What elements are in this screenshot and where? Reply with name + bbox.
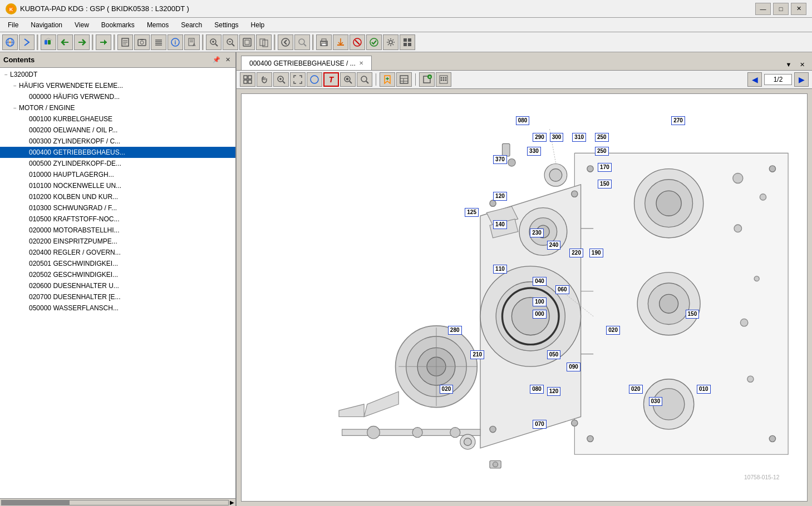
tree-item-020502[interactable]: 020502 GESCHWINDIGKEI...	[0, 269, 235, 280]
tree-item-motor[interactable]: − MOTOR / ENGINE	[0, 102, 235, 113]
part-label-p125[interactable]: 125	[465, 208, 479, 217]
toolbar-green-arrow[interactable]	[96, 34, 111, 50]
part-label-p170[interactable]: 170	[598, 163, 612, 172]
part-label-p210[interactable]: 210	[470, 350, 484, 359]
sidebar-pin-button[interactable]: 📌	[212, 56, 221, 65]
toolbar-red-circle[interactable]	[350, 34, 365, 50]
tree-item-000200[interactable]: 000200 OELWANNE / OIL P...	[0, 125, 235, 136]
toolbar-nav-green-fwd[interactable]	[74, 34, 90, 50]
tree-item-020501[interactable]: 020501 GESCHWINDIGKEI...	[0, 258, 235, 269]
maximize-button[interactable]: □	[773, 3, 789, 15]
part-label-p070[interactable]: 070	[533, 420, 547, 429]
tree-item-010000[interactable]: 010000 HAUPTLAGERGH...	[0, 169, 235, 180]
part-label-p050[interactable]: 050	[547, 350, 561, 359]
toolbar-page-view[interactable]	[117, 34, 133, 50]
toolbar-print[interactable]	[316, 34, 332, 50]
tree-item-020600[interactable]: 020600 DUESENHALTER U...	[0, 280, 235, 291]
tree-item-020200[interactable]: 020200 EINSPRITZPUMPE...	[0, 236, 235, 247]
menu-search[interactable]: Search	[175, 20, 208, 30]
menu-memos[interactable]: Memos	[141, 20, 174, 30]
part-label-p020c[interactable]: 020	[629, 385, 643, 394]
doc-btn-magnify[interactable]	[273, 72, 289, 87]
part-label-p010[interactable]: 010	[697, 385, 711, 394]
tree-item-000000[interactable]: 000000 HÄUFIG VERWEND...	[0, 91, 235, 102]
toolbar-nav-green-back[interactable]	[57, 34, 73, 50]
minimize-button[interactable]: —	[755, 3, 771, 15]
tree-item-000100[interactable]: 000100 KURBELGHAEUSE	[0, 113, 235, 125]
menu-bookmarks[interactable]: Bookmarks	[96, 20, 140, 30]
part-label-p220[interactable]: 220	[569, 249, 583, 257]
doc-btn-text[interactable]: T	[323, 72, 339, 87]
toolbar-globe[interactable]	[2, 34, 18, 50]
toolbar-zoom-pg2[interactable]	[256, 34, 272, 50]
tree-item-010300[interactable]: 010300 SCHWUNGRAD / F...	[0, 202, 235, 214]
doc-btn-search-zoom[interactable]	[340, 72, 356, 87]
tree-toggle-motor[interactable]: −	[11, 105, 19, 111]
menu-help[interactable]: Help	[245, 20, 270, 30]
toolbar-arrow[interactable]	[19, 34, 35, 50]
part-label-p120[interactable]: 120	[493, 192, 507, 201]
tree-item-000400[interactable]: 000400 GETRIEBEBGHAEUS...	[0, 147, 235, 158]
menu-settings[interactable]: Settings	[209, 20, 244, 30]
part-label-p120b[interactable]: 120	[547, 387, 561, 396]
doc-btn-fitpage[interactable]	[290, 72, 306, 87]
part-label-p030[interactable]: 030	[649, 397, 663, 406]
part-label-p100[interactable]: 100	[533, 297, 547, 306]
part-label-p310[interactable]: 310	[572, 133, 586, 142]
toolbar-green-check[interactable]	[366, 34, 382, 50]
toolbar-info[interactable]: i	[168, 34, 183, 50]
part-label-p190[interactable]: 190	[589, 249, 603, 257]
tree-item-020700[interactable]: 020700 DUESENHALTER [E...	[0, 291, 235, 302]
part-label-p230[interactable]: 230	[530, 229, 544, 237]
part-label-p250a[interactable]: 250	[595, 133, 609, 142]
tree-item-000300[interactable]: 000300 ZYLINDERKOPF / C...	[0, 136, 235, 147]
doc-btn-note[interactable]: +	[419, 72, 435, 87]
menu-file[interactable]: File	[2, 20, 24, 30]
toolbar-settings-cog[interactable]	[383, 34, 398, 50]
doc-btn-search-back[interactable]	[357, 72, 372, 87]
tab-dropdown-btn[interactable]: ▼	[783, 59, 794, 70]
part-label-p370[interactable]: 370	[493, 155, 507, 164]
tree-item-haeufig[interactable]: − HÄUFIG VERWENDETE ELEME...	[0, 80, 235, 91]
sidebar-close-button[interactable]: ✕	[223, 56, 232, 65]
prev-page-btn[interactable]: ◀	[747, 72, 762, 87]
part-label-p020a[interactable]: 020	[606, 326, 620, 335]
doc-btn-bookmark-add[interactable]	[380, 72, 395, 87]
toolbar-zoom-fit[interactable]	[239, 34, 255, 50]
toolbar-lines[interactable]	[151, 34, 166, 50]
part-label-p140[interactable]: 140	[493, 220, 507, 229]
toolbar-photo[interactable]	[134, 34, 150, 50]
menu-navigation[interactable]: Navigation	[25, 20, 68, 30]
tree-item-020000[interactable]: 020000 MOTORABSTELLHI...	[0, 225, 235, 236]
tree-item-010500[interactable]: 010500 KRAFTSTOFF-NOC...	[0, 214, 235, 225]
close-button[interactable]: ✕	[791, 3, 806, 15]
part-label-p150[interactable]: 150	[598, 180, 612, 188]
toolbar-prev-pg[interactable]	[278, 34, 293, 50]
doc-btn-dotgrid[interactable]	[436, 72, 451, 87]
doc-btn-grid[interactable]	[240, 72, 255, 87]
toolbar-grid-large[interactable]	[400, 34, 415, 50]
menu-view[interactable]: View	[69, 20, 95, 30]
doc-tab-000400[interactable]: 000400 GETRIEBEBGHAEUSE / ... ✕	[241, 56, 372, 70]
tree-item-l3200dt[interactable]: − L3200DT	[0, 69, 235, 80]
toolbar-zoom-out[interactable]	[223, 34, 238, 50]
toolbar-doc-a[interactable]: A	[184, 34, 200, 50]
part-label-p290[interactable]: 290	[533, 133, 547, 142]
next-page-btn[interactable]: ▶	[794, 72, 809, 87]
tree-item-020400[interactable]: 020400 REGLER / GOVERN...	[0, 247, 235, 258]
tree-item-000500[interactable]: 000500 ZYLINDERKOPF-DE...	[0, 158, 235, 169]
tree-toggle-haeufig[interactable]: −	[11, 83, 19, 89]
part-label-p270[interactable]: 270	[671, 116, 685, 125]
tab-close-all-btn[interactable]: ✕	[796, 59, 808, 70]
tree-item-050000[interactable]: 050000 WASSERFLANSCH...	[0, 302, 235, 314]
part-label-p040[interactable]: 040	[533, 277, 547, 286]
tree-toggle-l3200dt[interactable]: −	[2, 72, 10, 78]
part-label-p330[interactable]: 330	[527, 147, 541, 156]
part-label-p020b[interactable]: 020	[440, 385, 454, 394]
toolbar-zoom-in[interactable]	[206, 34, 222, 50]
part-label-p280[interactable]: 280	[448, 326, 462, 335]
doc-btn-table[interactable]	[396, 72, 412, 87]
part-label-p000b[interactable]: 000	[533, 310, 547, 319]
scroll-right-btn[interactable]: ▶	[230, 499, 234, 505]
part-label-p250b[interactable]: 250	[595, 147, 609, 156]
